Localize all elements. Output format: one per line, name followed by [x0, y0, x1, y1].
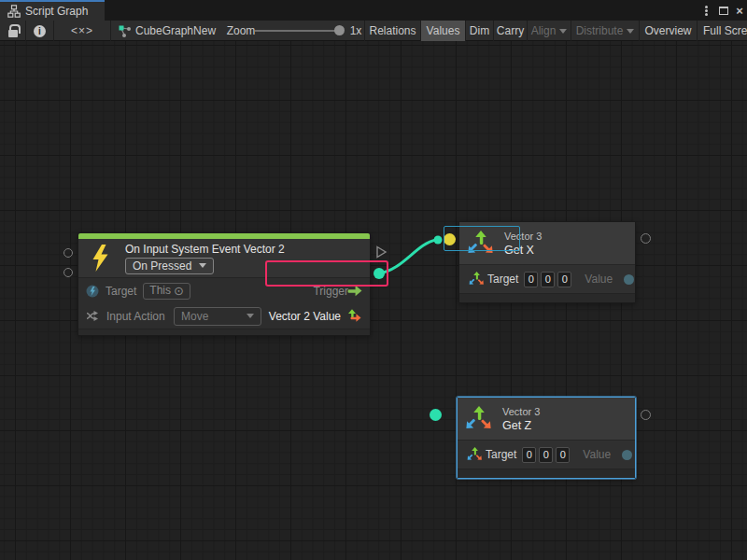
get-x-value-output-port[interactable] — [641, 233, 651, 244]
tab-script-graph[interactable]: Script Graph — [0, 0, 105, 21]
toolbar-button-overview[interactable]: Overview — [639, 21, 697, 41]
get-z-footer — [458, 469, 635, 478]
get-x-footer — [459, 293, 635, 302]
trigger-output-port[interactable] — [375, 245, 388, 259]
graph-name: CubeGraphNew — [135, 24, 216, 37]
get-z-header: Vector 3 Get Z — [458, 398, 635, 440]
vector-y-field[interactable]: 0 — [541, 272, 555, 287]
vector3-icon — [467, 407, 491, 431]
event-target-input-port[interactable] — [63, 248, 73, 258]
lock-button[interactable] — [0, 21, 25, 41]
value-type-dot-icon — [622, 450, 632, 460]
graph-toolbar: <×> CubeGraphNew Zoom 1x Relations Value… — [0, 21, 747, 41]
inspect-button[interactable] — [25, 21, 53, 41]
node-vector3-get-z[interactable]: Vector 3 Get Z Target 0 0 0 Value — [457, 397, 636, 479]
vector-x-field[interactable]: 0 — [524, 272, 538, 287]
zoom-slider-handle[interactable] — [334, 25, 345, 35]
graph-breadcrumb[interactable]: CubeGraphNew — [118, 21, 220, 41]
chevron-down-icon — [559, 29, 567, 34]
event-node-footer — [78, 329, 370, 335]
zoom-slider-track[interactable] — [255, 30, 341, 32]
lightning-bolt-icon — [91, 245, 110, 272]
input-action-dropdown[interactable]: Move — [174, 307, 261, 326]
get-z-value-output-port[interactable] — [641, 410, 651, 420]
target-label: Target — [486, 448, 516, 461]
vector2-value-highlight-box — [265, 260, 388, 287]
input-action-row: Input Action Move Vector 2 Value — [78, 303, 370, 329]
toolbar-button-dim[interactable]: Dim — [465, 21, 493, 41]
vector-y-field[interactable]: 0 — [539, 447, 553, 463]
vector2-type-icon — [345, 309, 362, 323]
get-z-target-input-port[interactable] — [430, 409, 442, 421]
graph-canvas[interactable]: On Input System Event Vector 2 On Presse… — [0, 41, 747, 560]
value-label: Value — [583, 448, 611, 461]
get-x-body: Target 0 0 0 Value — [459, 264, 635, 293]
target-label: Target — [106, 285, 136, 298]
chevron-down-icon — [247, 314, 254, 318]
node-title: Get Z — [502, 419, 540, 432]
lock-icon — [8, 30, 18, 37]
vector-x-field[interactable]: 0 — [522, 447, 536, 463]
toolbar-button-distribute[interactable]: Distribute — [571, 21, 639, 41]
close-icon[interactable]: × — [732, 0, 747, 21]
toolbar-button-values[interactable]: Values — [420, 21, 465, 41]
object-dot-icon: ⊙ — [174, 284, 184, 298]
chevron-down-icon — [199, 263, 206, 268]
get-z-body: Target 0 0 0 Value — [458, 440, 635, 469]
graph-asset-icon — [118, 24, 132, 38]
get-x-target-highlight-box — [444, 226, 520, 251]
event-mode-dropdown[interactable]: On Pressed — [125, 258, 214, 274]
toolbar-button-relations[interactable]: Relations — [364, 21, 420, 41]
code-icon: <×> — [71, 24, 93, 37]
node-type-label: Vector 3 — [502, 406, 540, 417]
vector3-icon-small — [470, 272, 478, 286]
vector3-icon-small — [468, 447, 476, 461]
info-icon — [34, 25, 46, 37]
script-graph-window: Script Graph × <×> CubeGraphNew — [0, 0, 747, 560]
vector-z-field[interactable]: 0 — [557, 272, 571, 287]
code-view-button[interactable]: <×> — [53, 21, 111, 41]
value-type-dot-icon — [624, 274, 634, 285]
window-menu-icon[interactable] — [698, 0, 713, 21]
chevron-down-icon — [627, 29, 634, 34]
toolbar-button-fullscreen[interactable]: Full Screen — [697, 21, 747, 41]
toolbar-button-carry[interactable]: Carry — [493, 21, 527, 41]
maximize-icon[interactable] — [715, 0, 732, 21]
event-action-input-port[interactable] — [63, 268, 73, 277]
tab-bar: Script Graph × — [0, 0, 747, 21]
zoom-label: Zoom — [227, 21, 255, 41]
node-title: On Input System Event Vector 2 — [125, 243, 285, 256]
vector2-value-label: Vector 2 Value — [269, 310, 341, 323]
input-action-label: Input Action — [106, 310, 165, 323]
hierarchy-icon — [7, 5, 21, 18]
zoom-value: 1x — [347, 21, 364, 41]
tab-title: Script Graph — [25, 5, 88, 18]
toolbar-button-align[interactable]: Align — [527, 21, 571, 41]
target-label: Target — [487, 273, 518, 286]
target-this-chip[interactable]: This ⊙ — [143, 283, 190, 300]
input-action-icon — [86, 310, 100, 322]
event-target-icon — [86, 285, 99, 298]
value-label: Value — [585, 273, 613, 286]
vector-z-field[interactable]: 0 — [556, 447, 570, 463]
